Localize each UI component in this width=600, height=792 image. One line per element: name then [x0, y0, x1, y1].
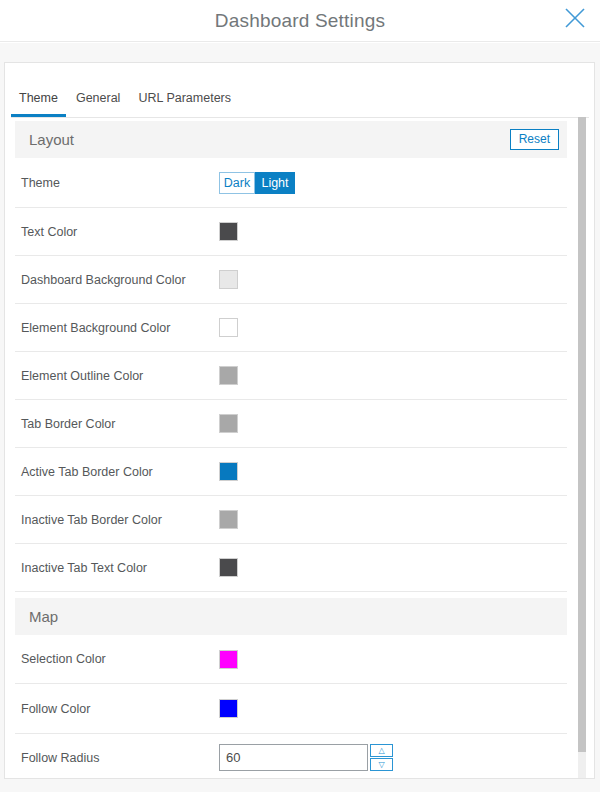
follow-radius-spinner: △ ▽ [370, 744, 393, 771]
inactive-tab-text-color-row: Inactive Tab Text Color [15, 544, 567, 592]
tab-border-color-row: Tab Border Color [15, 400, 567, 448]
active-tab-border-color-label: Active Tab Border Color [21, 465, 219, 479]
active-tab-border-color-swatch[interactable] [219, 462, 238, 481]
inactive-tab-border-color-label: Inactive Tab Border Color [21, 513, 219, 527]
follow-radius-label: Follow Radius [21, 751, 219, 765]
layout-section-header: Layout Reset [15, 121, 567, 158]
text-color-row: Text Color [15, 208, 567, 256]
map-section-title: Map [15, 598, 567, 635]
element-background-color-label: Element Background Color [21, 321, 219, 335]
theme-light-button[interactable]: Light [255, 172, 295, 194]
spinner-down-button[interactable]: ▽ [370, 758, 393, 771]
theme-row-label: Theme [21, 176, 219, 190]
inactive-tab-text-color-label: Inactive Tab Text Color [21, 561, 219, 575]
selection-color-swatch[interactable] [219, 650, 238, 669]
dialog-header: Dashboard Settings [0, 0, 600, 42]
selection-color-label: Selection Color [21, 652, 219, 666]
element-outline-color-label: Element Outline Color [21, 369, 219, 383]
tab-theme[interactable]: Theme [11, 91, 66, 117]
close-button[interactable] [563, 6, 587, 30]
tab-url-parameters[interactable]: URL Parameters [130, 91, 239, 117]
dashboard-background-color-label: Dashboard Background Color [21, 273, 219, 287]
selection-color-row: Selection Color [15, 635, 567, 684]
map-rows: Selection Color Follow Color Follow Radi… [15, 635, 567, 779]
dialog-body: Theme General URL Parameters Layout Rese… [0, 43, 600, 792]
theme-dark-button[interactable]: Dark [219, 172, 255, 194]
element-outline-color-swatch[interactable] [219, 366, 238, 385]
spinner-up-button[interactable]: △ [370, 744, 393, 757]
tab-border-color-swatch[interactable] [219, 414, 238, 433]
layout-section-title: Layout [15, 121, 567, 158]
inactive-tab-text-color-swatch[interactable] [219, 558, 238, 577]
text-color-swatch[interactable] [219, 222, 238, 241]
layout-rows: Theme Dark Light Text Color Dashboard Ba… [15, 158, 567, 592]
triangle-down-icon: ▽ [378, 760, 384, 770]
scrollbar-track[interactable] [578, 117, 586, 778]
settings-panel: Theme General URL Parameters Layout Rese… [4, 62, 595, 779]
tab-bar: Theme General URL Parameters [11, 63, 589, 118]
text-color-label: Text Color [21, 225, 219, 239]
map-section-header: Map [15, 598, 567, 635]
follow-color-row: Follow Color [15, 684, 567, 734]
tab-general[interactable]: General [68, 91, 128, 117]
element-background-color-row: Element Background Color [15, 304, 567, 352]
tab-border-color-label: Tab Border Color [21, 417, 219, 431]
theme-toggle: Dark Light [219, 172, 295, 194]
dashboard-background-color-swatch[interactable] [219, 270, 238, 289]
element-outline-color-row: Element Outline Color [15, 352, 567, 400]
follow-radius-input[interactable] [219, 744, 368, 771]
scrollbar-thumb[interactable] [578, 117, 586, 752]
follow-color-swatch[interactable] [219, 699, 238, 718]
close-icon [563, 6, 587, 30]
theme-row: Theme Dark Light [15, 158, 567, 208]
inactive-tab-border-color-swatch[interactable] [219, 510, 238, 529]
follow-color-label: Follow Color [21, 702, 219, 716]
follow-radius-control: △ ▽ [219, 744, 393, 771]
triangle-up-icon: △ [378, 746, 384, 756]
reset-button[interactable]: Reset [510, 129, 559, 150]
dashboard-background-color-row: Dashboard Background Color [15, 256, 567, 304]
follow-radius-row: Follow Radius △ ▽ [15, 734, 567, 779]
element-background-color-swatch[interactable] [219, 318, 238, 337]
active-tab-border-color-row: Active Tab Border Color [15, 448, 567, 496]
inactive-tab-border-color-row: Inactive Tab Border Color [15, 496, 567, 544]
dialog-title: Dashboard Settings [0, 0, 600, 42]
